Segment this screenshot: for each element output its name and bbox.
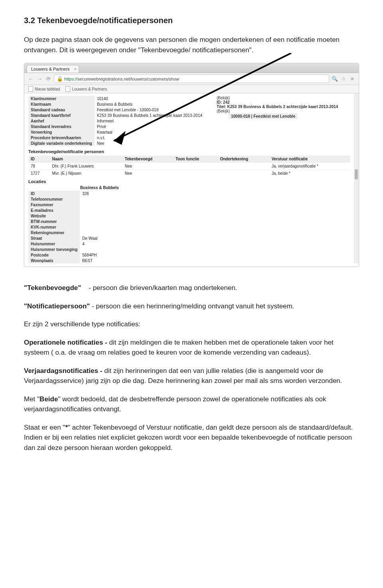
detail-value: Privé xyxy=(95,124,205,129)
body-paragraph-verjaardag: Verjaardagsnotificaties - dit zijn herin… xyxy=(24,366,359,386)
locatie-key: Telefoonnummer xyxy=(28,196,80,202)
personen-header: Verstuur notificatie xyxy=(269,156,350,163)
locatie-key: Straat xyxy=(28,235,80,241)
locatie-value xyxy=(80,213,156,219)
personen-header: Naam xyxy=(50,156,122,163)
personen-table: IDNaamTekenbevoegdToon functieOnderteken… xyxy=(28,156,350,177)
detail-value: Informeel xyxy=(95,118,205,124)
locatie-key: BTW-nummer xyxy=(28,219,80,224)
locatie-value: 4 xyxy=(80,241,156,247)
locatie-value xyxy=(80,219,156,224)
personen-header: Tekenbevoegd xyxy=(122,156,173,163)
detail-value: Kwartaal xyxy=(95,129,205,135)
personen-header: Toon functie xyxy=(173,156,217,163)
personen-header: ID xyxy=(28,156,50,163)
record-title: Titel: K253 39 Business & Bubbels 2 acht… xyxy=(217,105,338,109)
locatie-key: KVK-nummer xyxy=(28,224,80,230)
forward-icon[interactable]: → xyxy=(36,76,43,82)
locatie-key: ID xyxy=(28,191,80,196)
browser-window: Louwers & Partners × ← → ⟳ 🔒 https://sec… xyxy=(24,63,359,267)
locatie-details: ID326TelefoonnummerFaxnummerE-mailadresW… xyxy=(28,191,156,263)
detail-value: 10140 xyxy=(95,96,205,101)
detail-key: Aanhef xyxy=(28,118,95,124)
bekijk-link[interactable]: (Bekijk) xyxy=(217,109,338,113)
page-icon xyxy=(28,86,33,92)
browser-tab[interactable]: Louwers & Partners × xyxy=(27,65,79,73)
intro-paragraph: Op deze pagina staan ook de gegevens van… xyxy=(24,35,359,55)
detail-value: K253 39 Business & Bubbels 1 achterzijde… xyxy=(95,112,205,118)
customer-details: Klantnummer10140KlantnaamBusiness & Bubb… xyxy=(28,96,205,146)
body-paragraph: Er zijn 2 verschillende type notificatie… xyxy=(24,319,359,330)
locatie-value xyxy=(80,224,156,230)
locatie-value xyxy=(80,207,156,213)
definition-notificatiepersoon: "Notificatiepersoon" - persoon die een h… xyxy=(24,301,359,312)
locatie-key: E-mailadres xyxy=(28,207,80,213)
detail-key: Standaard leveradres xyxy=(28,124,95,129)
definition-tekenbevoegde: "Tekenbevoegde" - persoon die brieven/ka… xyxy=(24,283,359,293)
detail-key: Klantnaam xyxy=(28,101,95,107)
personen-header: Ondertekening xyxy=(217,156,269,163)
bookmark-app[interactable]: Louwers & Partners xyxy=(65,86,107,92)
product-chip: 10000-018 | Feestkist met Lenoble xyxy=(229,113,298,119)
body-paragraph-asterisk: Staat er een "*" achter Tekenbevoegd of … xyxy=(24,422,359,453)
table-row[interactable]: 1727Mvr. (E.) NijssenNeeJa, beide * xyxy=(28,170,350,177)
close-icon[interactable]: × xyxy=(74,67,76,71)
locatie-key: Website xyxy=(28,213,80,219)
locatie-value xyxy=(80,247,156,252)
locatie-key: Huisnummer toevoeging xyxy=(28,247,80,252)
personen-heading: Tekenbevoegde/notificatie personen xyxy=(24,147,359,156)
body-paragraph-beide: Met "Beide" wordt bedoeld, dat de desbet… xyxy=(24,394,359,414)
detail-value: Nee xyxy=(95,140,205,146)
locatie-value: 5684PH xyxy=(80,252,156,258)
locatie-key: Rekeningnummer xyxy=(28,230,80,235)
detail-key: Klantnummer xyxy=(28,96,95,101)
lock-icon: 🔒 xyxy=(57,76,63,82)
detail-key: Digitale variabele ondertekening xyxy=(28,140,95,146)
locatie-value xyxy=(80,202,156,207)
locatie-key: Faxnummer xyxy=(28,202,80,207)
locaties-heading: Locaties xyxy=(24,177,359,185)
detail-value: Business & Bubbels xyxy=(95,101,205,107)
reload-icon[interactable]: ⟳ xyxy=(45,76,51,82)
locatie-key: Postcode xyxy=(28,252,80,258)
record-id: ID: 242 xyxy=(217,100,338,105)
locatie-value: De Waal xyxy=(80,235,156,241)
locatie-key: Huisnummer xyxy=(28,241,80,247)
browser-tab-label: Louwers & Partners xyxy=(31,67,70,71)
detail-key: Standaard cadeau xyxy=(28,107,95,112)
locatie-name: Business & Bubbels xyxy=(24,185,359,191)
details-right-panel: (Bekijk) ID: 242 Titel: K253 39 Business… xyxy=(209,96,338,146)
url-path: securewebregistrations.net/louwers/custo… xyxy=(77,77,179,81)
annotated-screenshot: Louwers & Partners × ← → ⟳ 🔒 https://sec… xyxy=(24,63,359,267)
search-icon[interactable]: 🔍 xyxy=(332,76,338,82)
table-row[interactable]: 78Dhr. (F.) Frank LouwersNeeJa, verjaard… xyxy=(28,163,350,170)
detail-key: Standaard kaart/brief xyxy=(28,112,95,118)
detail-key: Procedure brieven/kaarten xyxy=(28,135,95,140)
body-paragraph-operationele: Operationele notificaties - dit zijn mel… xyxy=(24,337,359,358)
locatie-value: 326 xyxy=(80,191,156,196)
locatie-value: BEST xyxy=(80,258,156,263)
bookmark-new-tab[interactable]: Nieuw tabblad xyxy=(28,86,60,92)
detail-value: Feestkist met Lenoble - 10000-018 xyxy=(95,107,205,112)
star-icon[interactable]: ☆ xyxy=(340,76,347,82)
back-icon[interactable]: ← xyxy=(28,76,34,82)
page-icon xyxy=(65,86,70,92)
locatie-key: Woonplaats xyxy=(28,258,80,263)
locatie-value xyxy=(80,230,156,235)
bekijk-link[interactable]: (Bekijk) xyxy=(217,96,338,100)
section-heading: 3.2 Tekenbevoegde/notificatiepersonen xyxy=(24,16,359,25)
address-bar[interactable]: 🔒 https://securewebregistrations.net/lou… xyxy=(54,75,329,83)
detail-key: Verwerking xyxy=(28,129,95,135)
locatie-value xyxy=(80,196,156,202)
menu-icon[interactable]: ≡ xyxy=(349,76,355,82)
detail-value: n.v.t. xyxy=(95,135,205,140)
url-scheme: https:// xyxy=(64,77,77,81)
